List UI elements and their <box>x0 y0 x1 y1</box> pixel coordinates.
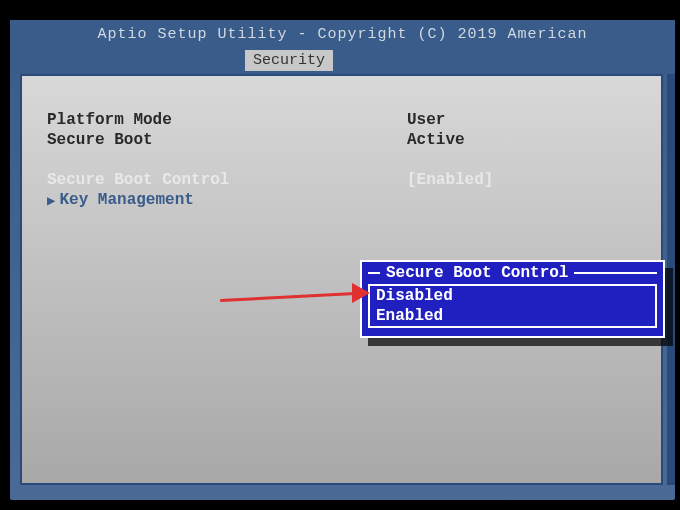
platform-mode-row: Platform Mode User <box>47 111 636 129</box>
option-disabled[interactable]: Disabled <box>370 286 655 306</box>
bios-screen: Aptio Setup Utility - Copyright (C) 2019… <box>10 20 675 500</box>
submenu-arrow-icon: ▶ <box>47 192 55 209</box>
utility-title: Aptio Setup Utility - Copyright (C) 2019… <box>10 20 675 50</box>
popup-options: Disabled Enabled <box>368 284 657 328</box>
platform-mode-label: Platform Mode <box>47 111 407 129</box>
secure-boot-control-value: [Enabled] <box>407 171 493 189</box>
secure-boot-value: Active <box>407 131 465 149</box>
secure-boot-control-row[interactable]: Secure Boot Control [Enabled] <box>47 171 636 189</box>
secure-boot-row: Secure Boot Active <box>47 131 636 149</box>
key-management-row[interactable]: ▶ Key Management <box>47 191 636 209</box>
tab-security[interactable]: Security <box>245 50 333 71</box>
tab-row: Security <box>10 50 675 74</box>
secure-boot-label: Secure Boot <box>47 131 407 149</box>
key-management-label: Key Management <box>59 191 193 209</box>
popup-title: Secure Boot Control <box>380 264 574 282</box>
platform-mode-value: User <box>407 111 445 129</box>
popup-title-row: Secure Boot Control <box>364 264 661 282</box>
secure-boot-control-label: Secure Boot Control <box>47 171 407 189</box>
secure-boot-control-popup: Secure Boot Control Disabled Enabled <box>360 260 665 338</box>
right-border <box>667 74 675 485</box>
option-enabled[interactable]: Enabled <box>370 306 655 326</box>
